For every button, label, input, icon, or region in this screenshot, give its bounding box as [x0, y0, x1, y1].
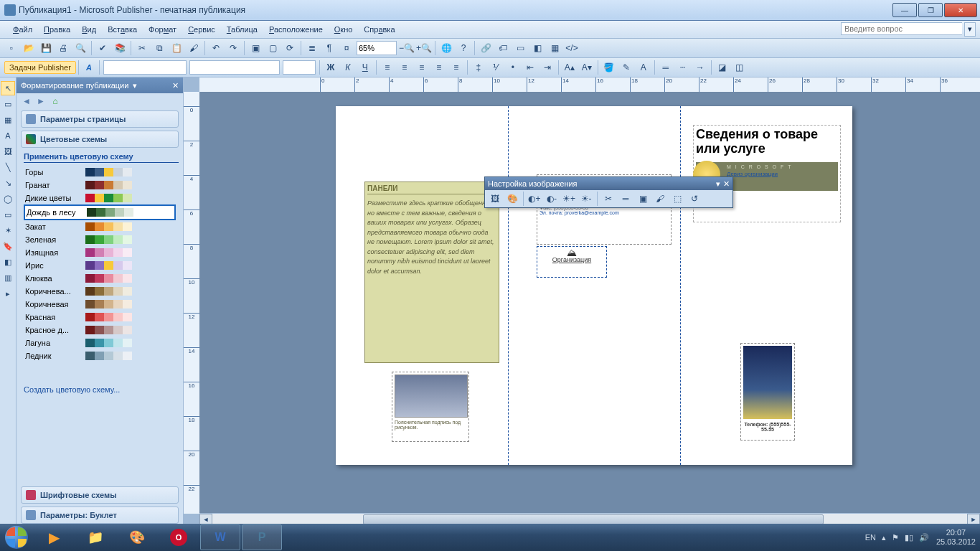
menu-help[interactable]: Справка [358, 23, 400, 36]
scheme-list[interactable]: ГорыГранатДикие цветыДождь в лесуЗакатЗе… [24, 166, 179, 378]
floatwin-header[interactable]: Настройка изображения ▾ ✕ [485, 177, 732, 190]
new-icon[interactable]: ▫ [4, 40, 19, 56]
scheme-item[interactable]: Коричневая [24, 298, 176, 311]
menu-service[interactable]: Сервис [182, 23, 221, 36]
transparent-color-icon[interactable]: ⬚ [669, 191, 685, 207]
size-combo[interactable] [283, 60, 316, 75]
hotspot-icon[interactable]: ◧ [529, 40, 545, 56]
oval-tool-icon[interactable]: ◯ [1, 192, 15, 206]
minimize-button[interactable]: — [892, 3, 917, 17]
spellcheck-icon[interactable]: ✔ [95, 40, 110, 56]
redo-icon[interactable]: ↷ [225, 40, 241, 56]
cut-icon[interactable]: ✂ [134, 40, 150, 56]
dash-style-icon[interactable]: ┄ [675, 60, 691, 75]
scheme-item[interactable]: Красная [24, 311, 176, 324]
scheme-item[interactable]: Лагуна [24, 336, 176, 349]
section-page-params[interactable]: Параметры страницы [21, 110, 179, 128]
scheme-item[interactable]: Изящная [24, 246, 176, 259]
line-style-pic-icon[interactable]: ═ [618, 191, 633, 207]
rect-tool-icon[interactable]: ▭ [1, 207, 15, 222]
bookmark-icon[interactable]: 🏷 [495, 40, 511, 56]
wordart-tool-icon[interactable]: A [1, 128, 15, 143]
crop-icon[interactable]: ✂ [600, 191, 616, 207]
format-picture-icon[interactable]: 🖌 [652, 191, 668, 207]
org-logo-box[interactable]: ⛰ Организация [537, 246, 607, 278]
distribute-icon[interactable]: ≡ [448, 60, 464, 75]
grow-font-icon[interactable]: A▴ [562, 60, 578, 75]
line-color-icon[interactable]: ✎ [618, 60, 634, 75]
taskbar-publisher[interactable]: P [242, 524, 282, 550]
code-icon[interactable]: </> [564, 40, 580, 56]
outdent-icon[interactable]: ⇤ [522, 60, 538, 75]
help-icon[interactable]: ? [456, 40, 471, 56]
content-library-icon[interactable]: ▥ [1, 270, 15, 285]
open-icon[interactable]: 📂 [21, 40, 37, 56]
research-icon[interactable]: 📚 [112, 40, 128, 56]
taskbar-paint[interactable]: 🎨 [117, 524, 157, 550]
copy-icon[interactable]: ⧉ [151, 40, 167, 56]
ruler-vertical[interactable]: 0246810121416182022 [184, 92, 200, 514]
autoshapes-icon[interactable]: ✶ [1, 223, 15, 237]
tray-show-hidden-icon[interactable]: ▴ [882, 533, 886, 542]
menu-format[interactable]: Формат [143, 23, 182, 36]
scheme-item[interactable]: Клюква [24, 272, 176, 285]
ruler-horizontal[interactable]: 024681012141618202224262830323436 [199, 77, 980, 93]
start-button[interactable] [0, 524, 33, 551]
underline-icon[interactable]: Ч [357, 60, 373, 75]
indent-icon[interactable]: ⇥ [540, 60, 555, 75]
scroll-thumb[interactable] [363, 514, 824, 524]
taskbar-media-player[interactable]: ▶ [34, 524, 74, 550]
zoom-combo[interactable] [357, 41, 397, 55]
floatwin-close-icon[interactable]: ✕ [723, 179, 730, 189]
more-contrast-icon[interactable]: ◐+ [527, 191, 542, 207]
menu-view[interactable]: Вид [76, 23, 102, 36]
nav-back-icon[interactable]: ◄ [19, 94, 34, 108]
numbering-icon[interactable]: ⅟ [488, 60, 504, 75]
taskpane-header[interactable]: Форматирование публикации ▾ ✕ [17, 77, 183, 93]
color-mode-icon[interactable]: 🎨 [504, 191, 520, 207]
design-gallery-icon[interactable]: ◧ [1, 255, 15, 269]
maximize-button[interactable]: ❐ [918, 3, 943, 17]
navbar-icon[interactable]: ▭ [512, 40, 528, 56]
scheme-item[interactable]: Дождь в лесу [24, 204, 176, 220]
nav-fwd-icon[interactable]: ► [34, 94, 48, 108]
print-preview-icon[interactable]: 🔍 [72, 40, 88, 56]
panel1-image-box[interactable]: Пояснительная подпись под рисунком. [392, 372, 469, 442]
scheme-item[interactable]: Ирис [24, 259, 176, 272]
font-combo[interactable] [189, 60, 280, 75]
scheme-item[interactable]: Зеленая [24, 233, 176, 246]
align-right-icon[interactable]: ≡ [414, 60, 430, 75]
menu-table[interactable]: Таблица [221, 23, 263, 36]
taskbar-explorer[interactable]: 📁 [75, 524, 116, 550]
hyperlink-icon[interactable]: 🔗 [478, 40, 494, 56]
ask-question-box[interactable]: ▾ [841, 22, 976, 37]
panel3-image-box[interactable]: Телефон: (555)555-55-55 [740, 343, 795, 441]
floatwin-dropdown-icon[interactable]: ▾ [716, 179, 720, 189]
justify-icon[interactable]: ≡ [431, 60, 447, 75]
webpage-preview-icon[interactable]: 🌐 [438, 40, 454, 56]
panel1-body-box[interactable]: ПАНЕЛИ Разместите здесь краткие обобщенн… [364, 182, 499, 363]
publication-page[interactable]: ПАНЕЛИ Разместите здесь краткие обобщенн… [336, 106, 852, 465]
select-tool-icon[interactable]: ↖ [1, 81, 15, 95]
shrink-font-icon[interactable]: A▾ [579, 60, 595, 75]
menu-insert[interactable]: Вставка [102, 23, 143, 36]
italic-icon[interactable]: К [340, 60, 356, 75]
print-icon[interactable]: 🖨 [55, 40, 71, 56]
section-booklet[interactable]: Параметры: Буклет [21, 507, 179, 524]
bring-front-icon[interactable]: ▣ [248, 40, 263, 56]
table-tool-icon[interactable]: ▦ [1, 113, 15, 127]
arrow-tool-icon[interactable]: ↘ [1, 176, 15, 190]
bullets-icon[interactable]: • [505, 60, 521, 75]
line-spacing-icon[interactable]: ‡ [471, 60, 486, 75]
line-tool-icon[interactable]: ╲ [1, 160, 15, 174]
bold-icon[interactable]: Ж [323, 60, 339, 75]
picture-settings-toolbar[interactable]: Настройка изображения ▾ ✕ 🖼 🎨 ◐+ ◐- ☀+ ☀… [484, 176, 733, 208]
form-icon[interactable]: ▦ [547, 40, 562, 56]
style-combo[interactable] [103, 60, 187, 75]
paste-icon[interactable]: 📋 [169, 40, 184, 56]
close-button[interactable]: ✕ [944, 3, 977, 17]
menu-arrange[interactable]: Расположение [263, 23, 329, 36]
tray-flag-icon[interactable]: ⚑ [892, 533, 899, 542]
send-back-icon[interactable]: ▢ [265, 40, 281, 56]
line-style-icon[interactable]: ═ [658, 60, 674, 75]
